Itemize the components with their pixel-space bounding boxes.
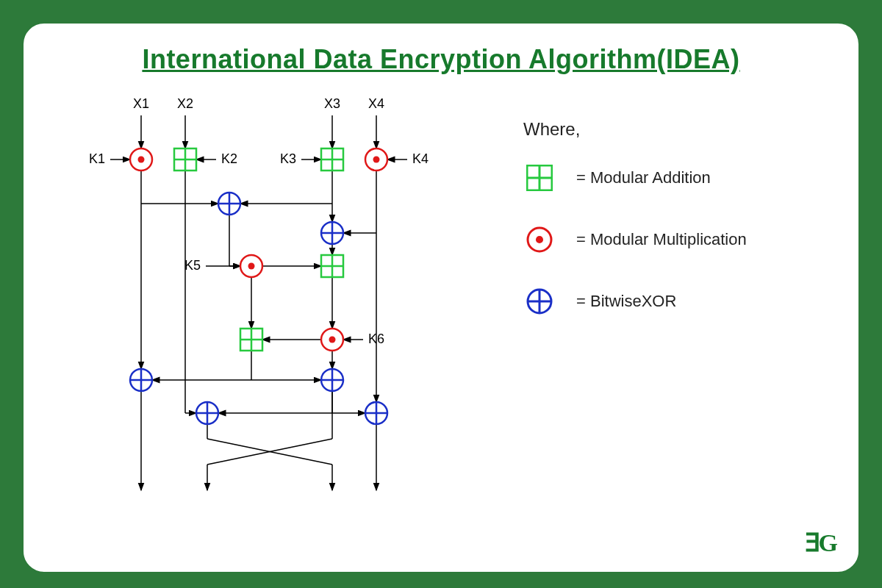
legend-label: = Modular Addition — [576, 168, 711, 187]
legend-label: = Modular Multiplication — [576, 230, 747, 249]
svg-point-65 — [373, 157, 380, 163]
svg-text:X4: X4 — [368, 96, 384, 111]
add-icon — [240, 329, 262, 351]
add-icon — [523, 162, 556, 194]
xor-icon — [321, 369, 343, 391]
svg-text:X1: X1 — [133, 96, 149, 111]
diagram-card: International Data Encryption Algorithm(… — [22, 22, 860, 573]
xor-icon — [365, 402, 387, 424]
svg-text:K4: K4 — [412, 151, 429, 166]
brand-logo: ƎG — [805, 528, 836, 557]
add-icon — [321, 148, 343, 171]
legend-item-add: = Modular Addition — [523, 162, 858, 194]
legend: Where, = Modular Addition = Modular Mult… — [479, 90, 858, 501]
svg-text:K5: K5 — [184, 258, 201, 273]
content-area: X1X2X3X4K1K2K3K4K5K6 Where, = Modular Ad… — [24, 90, 858, 501]
xor-icon — [196, 402, 218, 424]
xor-icon — [218, 193, 240, 215]
mul-icon — [365, 148, 387, 171]
svg-text:X2: X2 — [177, 96, 193, 111]
svg-point-98 — [536, 236, 543, 243]
svg-point-57 — [138, 157, 145, 163]
legend-item-mul: = Modular Multiplication — [523, 223, 858, 256]
svg-text:K3: K3 — [280, 151, 296, 166]
add-icon — [321, 255, 343, 277]
mul-icon — [523, 223, 556, 256]
xor-icon — [130, 369, 152, 391]
svg-text:K1: K1 — [89, 151, 105, 166]
legend-label: = BitwiseXOR — [576, 292, 676, 311]
xor-icon — [523, 285, 556, 318]
svg-text:K2: K2 — [221, 151, 237, 166]
flow-diagram: X1X2X3X4K1K2K3K4K5K6 — [68, 90, 479, 501]
svg-point-81 — [329, 337, 336, 343]
xor-icon — [321, 222, 343, 244]
mul-icon — [321, 329, 343, 351]
legend-item-xor: = BitwiseXOR — [523, 285, 858, 318]
svg-point-73 — [248, 263, 255, 270]
legend-header: Where, — [523, 119, 858, 140]
mul-icon — [130, 148, 152, 171]
svg-text:X3: X3 — [324, 96, 340, 111]
mul-icon — [240, 255, 262, 277]
add-icon — [174, 148, 196, 171]
diagram-title: International Data Encryption Algorithm(… — [24, 44, 858, 75]
